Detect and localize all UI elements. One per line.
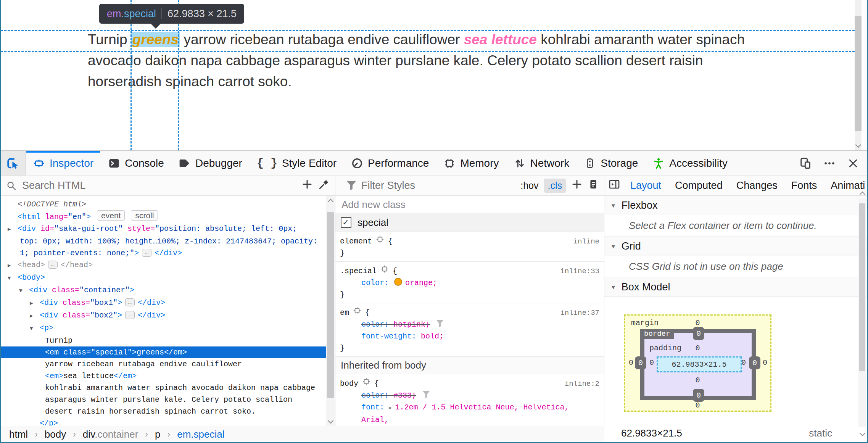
padding-bottom-value[interactable]: 0 <box>625 376 770 385</box>
tab-fonts[interactable]: Fonts <box>786 177 823 195</box>
box-model-diagram[interactable]: margin 0 border 0 padding 0 62.9833×21.5… <box>624 314 771 412</box>
markup-row[interactable]: ▶<div class="box1">…</div> <box>1 297 326 309</box>
responsive-design-mode-button[interactable] <box>799 157 812 169</box>
box-model-section-header[interactable]: ▼ Box Model <box>604 277 867 297</box>
page-scroll-down-button[interactable] <box>855 141 862 150</box>
css-declaration[interactable]: color: hotpink; <box>340 319 599 330</box>
page-scrollbar-thumb[interactable] <box>855 16 862 131</box>
pseudo-class-toggle[interactable]: :hov <box>520 180 538 191</box>
markup-row[interactable]: ▼<div class="container"> <box>1 284 326 297</box>
breadcrumb-body[interactable]: body <box>45 429 66 440</box>
property-value[interactable]: bold; <box>421 332 444 341</box>
markup-row[interactable]: kohlrabi amaranth water spinach avocado … <box>1 382 326 394</box>
rule-selector[interactable]: em <box>340 307 349 319</box>
markup-row[interactable]: top: 0px; width: 100%; height…100%; z-in… <box>1 235 326 247</box>
rule-selector[interactable]: body <box>340 378 358 390</box>
property-name[interactable]: color: <box>361 279 393 287</box>
expand-ellipsis-button[interactable]: … <box>125 311 135 319</box>
tab-performance[interactable]: Performance <box>344 151 436 176</box>
margin-bottom-value[interactable]: 0 <box>625 401 770 410</box>
padding-top-value[interactable]: 0 <box>625 344 770 353</box>
property-name[interactable]: color: <box>361 391 393 400</box>
margin-left-value[interactable]: 0 <box>629 358 633 367</box>
property-name[interactable]: font: <box>361 403 389 412</box>
scroll-up-button[interactable] <box>326 196 335 205</box>
selector-highlighter-icon[interactable] <box>380 265 389 277</box>
padding-left-value[interactable]: 0 <box>649 358 654 367</box>
class-panel-toggle[interactable]: .cls <box>544 179 566 193</box>
flexbox-section-header[interactable]: ▼ Flexbox <box>604 196 867 215</box>
overridden-filter-icon[interactable] <box>422 391 430 398</box>
breadcrumb-p[interactable]: p <box>155 429 160 440</box>
breadcrumb-em-special[interactable]: em.special <box>177 429 224 440</box>
add-rule-button[interactable] <box>571 179 583 193</box>
content-box[interactable]: 62.9833×21.5 <box>657 356 742 372</box>
css-declaration[interactable]: color: #333; <box>340 390 599 401</box>
markup-row[interactable]: ▶<head>…</head> <box>1 259 326 272</box>
border-left-value[interactable]: 0 <box>635 356 646 369</box>
markup-tree[interactable]: <!DOCTYPE html><html lang="en">eventscro… <box>1 196 326 426</box>
markup-row[interactable]: <!DOCTYPE html> <box>1 198 326 210</box>
breadcrumb-div-container[interactable]: div.container <box>83 429 138 440</box>
selector-highlighter-icon[interactable] <box>362 377 370 390</box>
property-value[interactable]: #333; <box>393 391 416 400</box>
margin-right-value[interactable]: 0 <box>763 358 767 367</box>
property-name[interactable]: color: <box>361 320 393 329</box>
border-right-value[interactable]: 0 <box>749 356 760 369</box>
close-devtools-button[interactable] <box>847 158 859 169</box>
stylesheet-location-link[interactable]: inline:33 <box>560 266 599 277</box>
twisty-icon[interactable]: ▶ <box>8 260 18 272</box>
css-declaration[interactable]: font: ▶1.2em / 1.5 Helvetica Neue, Helve… <box>340 401 599 426</box>
css-declaration[interactable]: color: orange; <box>340 277 599 289</box>
border-top-value[interactable]: 0 <box>693 327 704 340</box>
color-swatch[interactable] <box>394 278 402 286</box>
expand-ellipsis-button[interactable]: … <box>125 298 135 306</box>
markup-row[interactable]: yarrow ricebean rutabaga endive cauliflo… <box>1 358 326 370</box>
margin-top-value[interactable]: 0 <box>625 319 770 327</box>
markup-row[interactable]: ▶<div id="saka-gui-root" style="position… <box>1 223 326 235</box>
filter-styles-input[interactable]: Filter Styles <box>361 180 509 192</box>
padding-right-value[interactable]: 0 <box>741 358 746 367</box>
markup-row[interactable]: 1; pointer-events: none;">…</div> <box>1 247 326 259</box>
property-value[interactable]: orange; <box>405 279 437 287</box>
markup-row[interactable]: desert raisin horseradish spinach carrot… <box>1 406 326 417</box>
expand-shorthand-icon[interactable]: ▶ <box>389 405 392 411</box>
twisty-icon[interactable]: ▶ <box>8 224 18 235</box>
grid-section-header[interactable]: ▼ Grid <box>604 237 867 256</box>
layout-scrollbar-thumb[interactable] <box>859 203 865 371</box>
sidebar-toggle-button[interactable] <box>608 178 620 193</box>
markup-row[interactable]: ▶<div class="box2">…</div> <box>1 309 326 322</box>
twisty-icon[interactable]: ▼ <box>19 285 29 297</box>
scroll-down-button[interactable] <box>326 417 335 426</box>
markup-row[interactable]: <em class="special">greens</em> <box>1 346 326 358</box>
markup-row[interactable]: <em>sea lettuce</em> <box>1 370 326 382</box>
tab-console[interactable]: Console <box>101 151 171 176</box>
markup-row[interactable]: <html lang="en">eventscroll <box>1 210 326 223</box>
eyedropper-button[interactable] <box>318 179 330 193</box>
expand-ellipsis-button[interactable]: … <box>48 261 58 269</box>
selector-highlighter-icon[interactable] <box>353 306 361 319</box>
markup-row[interactable]: </p> <box>1 417 326 426</box>
css-declaration[interactable]: font-weight: bold; <box>340 330 599 342</box>
expand-ellipsis-button[interactable]: … <box>142 249 151 257</box>
tab-inspector[interactable]: Inspector <box>26 151 101 176</box>
markup-row[interactable]: Turnip <box>1 335 326 346</box>
add-new-class-input[interactable]: Add new class <box>335 196 604 213</box>
twisty-icon[interactable]: ▶ <box>30 310 40 322</box>
tab-storage[interactable]: Storage <box>577 151 645 176</box>
rule-selector[interactable]: .special <box>340 265 377 277</box>
selector-highlighter-icon[interactable] <box>376 235 384 247</box>
markup-row[interactable]: asparagus winter purslane kale. Celery p… <box>1 394 326 406</box>
stylesheet-location-link[interactable]: inline:37 <box>560 307 599 319</box>
markup-row[interactable]: ▼<body> <box>1 272 326 284</box>
property-value[interactable]: 1.2em / 1.5 Helvetica Neue, Helvetica, A… <box>361 403 569 424</box>
twisty-icon[interactable]: ▼ <box>8 272 18 284</box>
markup-scrollbar-thumb[interactable] <box>327 212 334 398</box>
tab-layout[interactable]: Layout <box>625 177 667 195</box>
node-badge[interactable]: scroll <box>131 210 158 221</box>
tab-network[interactable]: Network <box>506 151 577 176</box>
tab-computed[interactable]: Computed <box>670 177 728 195</box>
overridden-filter-icon[interactable] <box>436 320 444 327</box>
stylesheet-location-link[interactable]: inline <box>573 236 599 248</box>
border-bottom-value[interactable]: 0 <box>693 389 704 402</box>
